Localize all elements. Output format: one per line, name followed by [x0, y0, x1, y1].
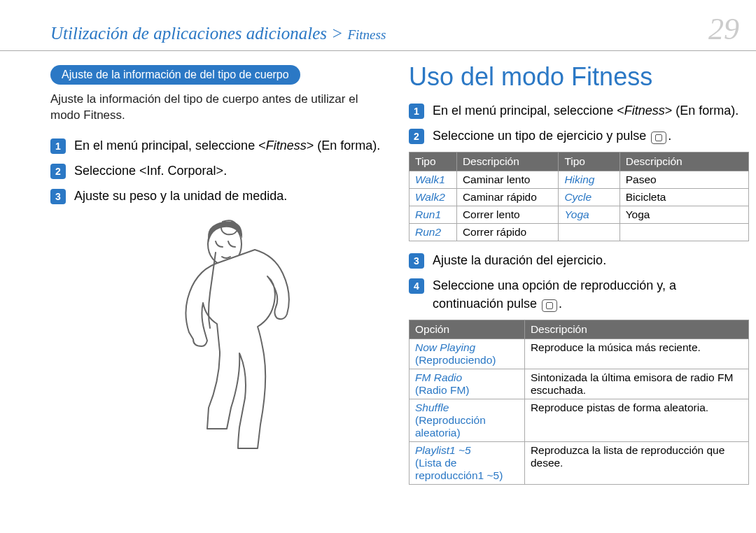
table-header: Descripción: [456, 152, 559, 171]
right-step-4: 4 Seleccione una opción de reproducción …: [409, 276, 749, 313]
table-row: Walk1 Caminar lento Hiking Paseo: [410, 171, 749, 189]
table-header: Descripción: [620, 152, 748, 171]
page-title: Uso del modo Fitness: [409, 62, 749, 92]
breadcrumb-sep: >: [327, 24, 347, 43]
section-label: Ajuste de la información de del tipo de …: [50, 65, 300, 85]
table-header: Descripción: [524, 320, 748, 339]
step-number-icon: 2: [409, 129, 424, 144]
step-number-icon: 3: [409, 253, 424, 269]
table-row: Shuffle(Reproducción aleatoria) Reproduc…: [410, 399, 749, 442]
step-text: Ajuste la duración del ejercicio.: [433, 251, 749, 269]
breadcrumb-main: Utilización de aplicaciones adicionales: [50, 24, 327, 43]
step-text: Seleccione <Inf. Corporal>.: [74, 162, 391, 180]
table-header: Tipo: [410, 152, 457, 171]
content-columns: Ajuste de la información de del tipo de …: [0, 65, 756, 495]
playback-options-table: Opción Descripción Now Playing(Reproduci…: [409, 320, 749, 485]
page-header: Utilización de aplicaciones adicionales …: [0, 0, 756, 51]
table-row: Playlist1 ~5(Lista de reproducción1 ~5) …: [410, 442, 749, 485]
step-number-icon: 1: [409, 104, 424, 119]
table-header: Tipo: [559, 152, 620, 171]
right-step-3: 3 Ajuste la duración del ejercicio.: [409, 251, 749, 269]
runner-illustration: [50, 218, 391, 469]
page-number: 29: [708, 14, 739, 45]
step-number-icon: 1: [50, 138, 66, 154]
table-row: Walk2 Caminar rápido Cycle Bicicleta: [410, 189, 749, 206]
right-step-1: 1 En el menú principal, seleccione <Fitn…: [409, 101, 749, 120]
right-column: Uso del modo Fitness 1 En el menú princi…: [409, 65, 749, 495]
table-row: Run2 Correr rápido: [410, 224, 749, 241]
step-text: Ajuste su peso y la unidad de medida.: [74, 187, 391, 205]
step-text: Seleccione un tipo de ejercicio y pulse …: [433, 127, 749, 145]
runner-icon: [126, 218, 315, 469]
table-header: Opción: [410, 320, 525, 339]
right-step-2: 2 Seleccione un tipo de ejercicio y puls…: [409, 127, 749, 145]
step-text: En el menú principal, seleccione <Fitnes…: [74, 136, 391, 155]
left-step-3: 3 Ajuste su peso y la unidad de medida.: [50, 187, 391, 205]
table-row: FM Radio(Radio FM) Sintonizada la última…: [410, 369, 749, 399]
left-step-1: 1 En el menú principal, seleccione <Fitn…: [50, 136, 391, 155]
step-number-icon: 3: [50, 189, 66, 204]
select-button-icon: [651, 132, 666, 144]
table-row: Run1 Correr lento Yoga Yoga: [410, 206, 749, 224]
breadcrumb-sub: Fitness: [347, 27, 386, 42]
left-step-2: 2 Seleccione <Inf. Corporal>.: [50, 162, 391, 180]
left-column: Ajuste de la información de del tipo de …: [50, 65, 391, 495]
table-row: Now Playing(Reproduciendo) Reproduce la …: [410, 339, 749, 369]
select-button-icon: [542, 299, 557, 312]
intro-text: Ajuste la información del tipo de cuerpo…: [50, 92, 391, 124]
step-number-icon: 2: [50, 164, 66, 179]
step-text: En el menú principal, seleccione <Fitnes…: [433, 101, 749, 120]
exercise-types-table: Tipo Descripción Tipo Descripción Walk1 …: [409, 152, 749, 241]
step-number-icon: 4: [409, 278, 424, 294]
step-text: Seleccione una opción de reproducción y,…: [433, 276, 749, 313]
breadcrumb: Utilización de aplicaciones adicionales …: [50, 24, 386, 43]
